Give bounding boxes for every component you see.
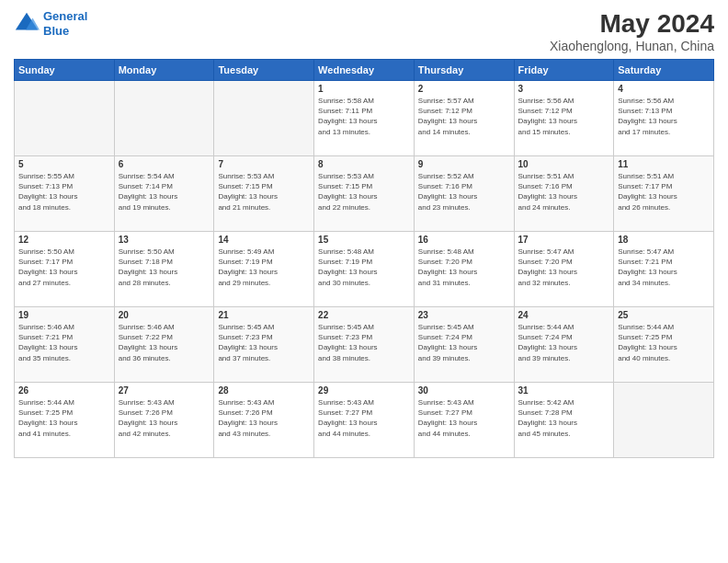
day-info: Sunrise: 5:51 AM Sunset: 7:16 PM Dayligh… [518,171,610,213]
col-header-monday: Monday [114,60,214,81]
day-info: Sunrise: 5:43 AM Sunset: 7:27 PM Dayligh… [318,397,410,439]
week-row-3: 19Sunrise: 5:46 AM Sunset: 7:21 PM Dayli… [15,307,714,383]
calendar-cell: 8Sunrise: 5:53 AM Sunset: 7:15 PM Daylig… [314,156,415,232]
day-number: 12 [18,235,110,245]
day-info: Sunrise: 5:47 AM Sunset: 7:21 PM Dayligh… [618,247,710,288]
day-info: Sunrise: 5:45 AM Sunset: 7:24 PM Dayligh… [418,322,510,363]
day-info: Sunrise: 5:48 AM Sunset: 7:19 PM Dayligh… [318,247,410,288]
week-row-2: 12Sunrise: 5:50 AM Sunset: 7:17 PM Dayli… [15,232,714,307]
subtitle: Xiaohenglong, Hunan, China [550,39,714,53]
header-row: SundayMondayTuesdayWednesdayThursdayFrid… [15,60,714,81]
day-number: 24 [518,310,610,320]
week-row-1: 5Sunrise: 5:55 AM Sunset: 7:13 PM Daylig… [15,156,714,232]
calendar-cell: 5Sunrise: 5:55 AM Sunset: 7:13 PM Daylig… [15,156,115,232]
day-number: 9 [418,159,510,169]
calendar-cell: 2Sunrise: 5:57 AM Sunset: 7:12 PM Daylig… [414,81,514,156]
calendar-cell: 21Sunrise: 5:45 AM Sunset: 7:23 PM Dayli… [214,307,314,383]
day-number: 23 [418,310,510,320]
day-number: 2 [418,84,510,94]
day-number: 21 [218,310,310,320]
calendar-cell: 17Sunrise: 5:47 AM Sunset: 7:20 PM Dayli… [514,232,614,307]
day-number: 31 [518,385,610,396]
calendar-cell: 28Sunrise: 5:43 AM Sunset: 7:26 PM Dayli… [214,383,314,458]
calendar-cell [114,81,214,156]
calendar-cell [614,383,714,458]
calendar-cell [214,81,314,156]
calendar-cell: 27Sunrise: 5:43 AM Sunset: 7:26 PM Dayli… [114,383,214,458]
calendar-cell [15,81,115,156]
col-header-saturday: Saturday [614,60,714,81]
day-number: 18 [618,235,710,245]
day-number: 5 [18,159,110,169]
title-block: May 2024 Xiaohenglong, Hunan, China [550,9,714,53]
calendar-cell: 1Sunrise: 5:58 AM Sunset: 7:11 PM Daylig… [314,81,415,156]
week-row-0: 1Sunrise: 5:58 AM Sunset: 7:11 PM Daylig… [15,81,714,156]
calendar-cell: 18Sunrise: 5:47 AM Sunset: 7:21 PM Dayli… [614,232,714,307]
calendar-cell: 9Sunrise: 5:52 AM Sunset: 7:16 PM Daylig… [414,156,514,232]
day-info: Sunrise: 5:53 AM Sunset: 7:15 PM Dayligh… [218,171,310,213]
day-info: Sunrise: 5:46 AM Sunset: 7:22 PM Dayligh… [119,322,210,363]
day-number: 1 [318,84,410,94]
calendar-cell: 23Sunrise: 5:45 AM Sunset: 7:24 PM Dayli… [414,307,514,383]
page: General Blue May 2024 Xiaohenglong, Huna… [0,0,728,563]
col-header-wednesday: Wednesday [314,60,415,81]
day-info: Sunrise: 5:53 AM Sunset: 7:15 PM Dayligh… [318,171,410,213]
col-header-friday: Friday [514,60,614,81]
day-number: 28 [218,385,310,396]
calendar-cell: 13Sunrise: 5:50 AM Sunset: 7:18 PM Dayli… [114,232,214,307]
logo-icon [14,11,40,37]
day-info: Sunrise: 5:46 AM Sunset: 7:21 PM Dayligh… [18,322,110,363]
day-number: 29 [318,385,410,396]
day-info: Sunrise: 5:44 AM Sunset: 7:25 PM Dayligh… [618,322,710,363]
day-info: Sunrise: 5:55 AM Sunset: 7:13 PM Dayligh… [18,171,110,213]
calendar-cell: 29Sunrise: 5:43 AM Sunset: 7:27 PM Dayli… [314,383,415,458]
col-header-tuesday: Tuesday [214,60,314,81]
day-info: Sunrise: 5:50 AM Sunset: 7:18 PM Dayligh… [119,247,210,288]
day-number: 27 [119,385,210,396]
calendar-cell: 3Sunrise: 5:56 AM Sunset: 7:12 PM Daylig… [514,81,614,156]
day-number: 15 [318,235,410,245]
day-info: Sunrise: 5:54 AM Sunset: 7:14 PM Dayligh… [119,171,210,213]
calendar-cell: 15Sunrise: 5:48 AM Sunset: 7:19 PM Dayli… [314,232,415,307]
calendar-cell: 14Sunrise: 5:49 AM Sunset: 7:19 PM Dayli… [214,232,314,307]
calendar-cell: 4Sunrise: 5:56 AM Sunset: 7:13 PM Daylig… [614,81,714,156]
day-number: 26 [18,385,110,396]
day-info: Sunrise: 5:42 AM Sunset: 7:28 PM Dayligh… [518,397,610,439]
day-number: 7 [218,159,310,169]
calendar-cell: 31Sunrise: 5:42 AM Sunset: 7:28 PM Dayli… [514,383,614,458]
col-header-sunday: Sunday [15,60,115,81]
calendar-cell: 26Sunrise: 5:44 AM Sunset: 7:25 PM Dayli… [15,383,115,458]
day-info: Sunrise: 5:49 AM Sunset: 7:19 PM Dayligh… [218,247,310,288]
day-info: Sunrise: 5:58 AM Sunset: 7:11 PM Dayligh… [318,96,410,137]
day-number: 8 [318,159,410,169]
day-info: Sunrise: 5:48 AM Sunset: 7:20 PM Dayligh… [418,247,510,288]
calendar-cell: 22Sunrise: 5:45 AM Sunset: 7:23 PM Dayli… [314,307,415,383]
calendar-table: SundayMondayTuesdayWednesdayThursdayFrid… [14,59,714,458]
day-number: 22 [318,310,410,320]
day-info: Sunrise: 5:45 AM Sunset: 7:23 PM Dayligh… [318,322,410,363]
calendar-cell: 10Sunrise: 5:51 AM Sunset: 7:16 PM Dayli… [514,156,614,232]
day-info: Sunrise: 5:43 AM Sunset: 7:26 PM Dayligh… [119,397,210,439]
calendar-cell: 16Sunrise: 5:48 AM Sunset: 7:20 PM Dayli… [414,232,514,307]
day-info: Sunrise: 5:57 AM Sunset: 7:12 PM Dayligh… [418,96,510,137]
day-info: Sunrise: 5:52 AM Sunset: 7:16 PM Dayligh… [418,171,510,213]
day-number: 20 [119,310,210,320]
day-number: 10 [518,159,610,169]
day-info: Sunrise: 5:56 AM Sunset: 7:12 PM Dayligh… [518,96,610,137]
day-number: 19 [18,310,110,320]
day-number: 30 [418,385,510,396]
calendar-cell: 12Sunrise: 5:50 AM Sunset: 7:17 PM Dayli… [15,232,115,307]
day-info: Sunrise: 5:56 AM Sunset: 7:13 PM Dayligh… [618,96,710,137]
calendar-cell: 11Sunrise: 5:51 AM Sunset: 7:17 PM Dayli… [614,156,714,232]
day-number: 17 [518,235,610,245]
day-number: 14 [218,235,310,245]
day-info: Sunrise: 5:43 AM Sunset: 7:26 PM Dayligh… [218,397,310,439]
week-row-4: 26Sunrise: 5:44 AM Sunset: 7:25 PM Dayli… [15,383,714,458]
day-number: 4 [618,84,710,94]
day-info: Sunrise: 5:44 AM Sunset: 7:24 PM Dayligh… [518,322,610,363]
day-number: 16 [418,235,510,245]
day-number: 25 [618,310,710,320]
day-info: Sunrise: 5:45 AM Sunset: 7:23 PM Dayligh… [218,322,310,363]
col-header-thursday: Thursday [414,60,514,81]
calendar-cell: 25Sunrise: 5:44 AM Sunset: 7:25 PM Dayli… [614,307,714,383]
